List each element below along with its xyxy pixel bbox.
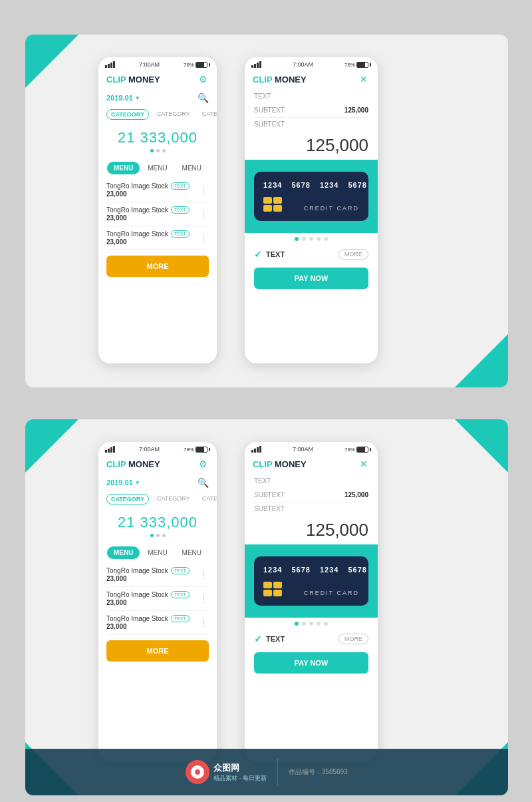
pay-now-button-top[interactable]: PAY NOW xyxy=(254,268,368,289)
tbadge-lb-2: TEXT xyxy=(171,591,190,598)
tbadge-lb-3: TEXT xyxy=(171,615,190,622)
cdot-rb-1 xyxy=(295,622,299,626)
check-icon: ✓ xyxy=(254,249,262,260)
cat-tab-3[interactable]: CATEGORY xyxy=(198,109,217,120)
more-btn-lb[interactable]: MORE xyxy=(106,640,209,662)
time-label-r: 7:00AM xyxy=(293,61,313,68)
battery-pct: 78% xyxy=(184,62,194,68)
more-dots-2[interactable]: ⋮ xyxy=(199,209,209,220)
cn2-rb: 5678 xyxy=(291,566,310,574)
list-amount-3: 23,000 xyxy=(106,238,190,246)
card-bg-rb: 1234 5678 1234 5678 CREDIT CARD xyxy=(245,544,378,618)
close-icon[interactable]: ✕ xyxy=(358,73,370,85)
pay-row-2-top: SUBTEXT 125,000 xyxy=(245,103,378,117)
panel-top: 7:00AM 78% CLIP MONEY ⚙ 2019.01 ▼ 🔍 xyxy=(25,35,508,387)
cat-lb-2[interactable]: CATEGORY xyxy=(153,494,194,504)
menu-lb-1[interactable]: MENU xyxy=(107,546,140,559)
text-label: TEXT xyxy=(254,93,271,100)
text-badge-1: TEXT xyxy=(171,182,190,190)
cat-tab-1[interactable]: CATEGORY xyxy=(106,109,149,120)
more-pill-top[interactable]: MORE xyxy=(338,249,368,260)
card-bg-teal-top: 1234 5678 1234 5678 CREDIT CARD xyxy=(245,160,378,233)
corner-tl-top xyxy=(25,35,78,88)
time-rb: 7:00AM xyxy=(293,446,313,453)
watermark-logo: 众图网 精品素材 · 每日更新 xyxy=(186,760,267,784)
subtext2-label: SUBTEXT xyxy=(254,120,285,128)
cat-tabs-lb: CATEGORY CATEGORY CATEGORY xyxy=(98,491,217,507)
menu-item-1[interactable]: MENU xyxy=(107,162,140,174)
bat-pct-rb: 78% xyxy=(344,447,355,453)
phone-header-left-top: CLIP MONEY ⚙ xyxy=(98,69,217,89)
caret-lb: ▼ xyxy=(135,480,140,486)
pay-row-1-rb: TEXT xyxy=(245,474,378,488)
pay-now-btn-rb[interactable]: PAY NOW xyxy=(254,652,368,674)
cdot4 xyxy=(317,237,321,241)
gear-icon[interactable]: ⚙ xyxy=(197,73,209,85)
status-bar-rb: 7:00AM 78% xyxy=(245,442,378,454)
pay-row-1-top: TEXT xyxy=(245,89,378,103)
date-row-lb: 2019.01 ▼ 🔍 xyxy=(98,474,217,491)
list-item-2: TongRo Image Stock TEXT 23,000 ⋮ xyxy=(106,202,209,226)
right-phone-top: 7:00AM 78% CLIP MONEY ✕ TEXT SUBTEXT 125… xyxy=(245,57,378,363)
search-icon[interactable]: 🔍 xyxy=(197,92,209,104)
ltitle-lb-3: TongRo Image Stock TEXT xyxy=(106,615,190,622)
status-bar-lb: 7:00AM 78% xyxy=(98,442,217,454)
cn3-rb: 1234 xyxy=(320,566,338,574)
more-dots-1[interactable]: ⋮ xyxy=(199,185,209,196)
mdots-lb-2[interactable]: ⋮ xyxy=(199,594,209,604)
cdot-rb-2 xyxy=(302,622,306,626)
card-chip-icon xyxy=(263,197,282,212)
big-val-rb: 125,000 xyxy=(306,520,368,540)
app-title-left-top: CLIP MONEY xyxy=(106,75,160,85)
cat-lb-1[interactable]: CATEGORY xyxy=(106,494,149,504)
mdots-lb-1[interactable]: ⋮ xyxy=(199,570,209,580)
menu-row-top: MENU MENU MENU xyxy=(98,158,217,178)
more-dots-3[interactable]: ⋮ xyxy=(199,233,209,244)
list-title-3: TongRo Image Stock TEXT xyxy=(106,230,190,238)
mdots-lb-3[interactable]: ⋮ xyxy=(199,618,209,628)
cat-lb-3[interactable]: CATEGORY xyxy=(198,494,217,504)
subtext-label: SUBTEXT xyxy=(254,106,285,114)
big-value-text: 125,000 xyxy=(306,135,368,155)
page-dots-top xyxy=(98,149,217,158)
more-button-top[interactable]: MORE xyxy=(106,256,209,277)
card-number-top: 1234 5678 1234 5678 xyxy=(263,181,359,189)
signal-icon-lb xyxy=(105,446,115,453)
big-amount-top: 21 333,000 xyxy=(98,122,217,149)
cdot1 xyxy=(295,237,299,241)
text-badge-2: TEXT xyxy=(171,206,190,214)
status-bar-left-top: 7:00AM 78% xyxy=(98,57,217,69)
money-rb: MONEY xyxy=(275,459,307,469)
ltitle-lb-2: TongRo Image Stock TEXT xyxy=(106,591,190,598)
check-text-rb: ✓ TEXT xyxy=(254,634,285,644)
list-item-lb-1: TongRo Image Stock TEXT 23,000 ⋮ xyxy=(106,563,209,587)
list-lb: TongRo Image Stock TEXT 23,000 ⋮ TongRo … xyxy=(98,563,217,635)
cn1-rb: 1234 xyxy=(263,566,282,574)
more-pill-rb[interactable]: MORE xyxy=(338,634,368,644)
menu-item-2[interactable]: MENU xyxy=(141,162,174,174)
cat-tab-2[interactable]: CATEGORY xyxy=(153,109,194,120)
search-icon-lb[interactable]: 🔍 xyxy=(197,477,209,489)
gear-icon-lb[interactable]: ⚙ xyxy=(197,458,209,470)
menu-lb-3[interactable]: MENU xyxy=(176,546,208,559)
watermark-icon xyxy=(186,760,209,784)
card-label-top: CREDIT CARD xyxy=(304,205,359,212)
list-section-top: TongRo Image Stock TEXT 23,000 ⋮ TongRo … xyxy=(98,178,217,250)
corner-br-top xyxy=(455,334,508,387)
menu-lb-2[interactable]: MENU xyxy=(141,546,174,559)
left-phone-top: 7:00AM 78% CLIP MONEY ⚙ 2019.01 ▼ 🔍 xyxy=(98,57,217,363)
close-icon-rb[interactable]: ✕ xyxy=(358,458,370,470)
battery-icon: 78% xyxy=(184,62,210,68)
lamount-lb-3: 23,000 xyxy=(106,623,190,630)
time-label: 7:00AM xyxy=(139,61,160,68)
sub2-label-rb: SUBTEXT xyxy=(254,505,285,512)
dlb-1 xyxy=(150,534,154,537)
big-amount-lb: 21 333,000 xyxy=(98,507,217,534)
menu-item-3[interactable]: MENU xyxy=(176,162,208,174)
card-n1: 1234 xyxy=(263,181,282,189)
pay-big-rb: 125,000 xyxy=(245,516,378,544)
clip-label-r: CLIP xyxy=(253,75,272,85)
corner-tl-bottom xyxy=(25,419,78,473)
card-dots-rb xyxy=(245,618,378,630)
credit-card-top: 1234 5678 1234 5678 CREDIT CARD xyxy=(254,172,368,221)
